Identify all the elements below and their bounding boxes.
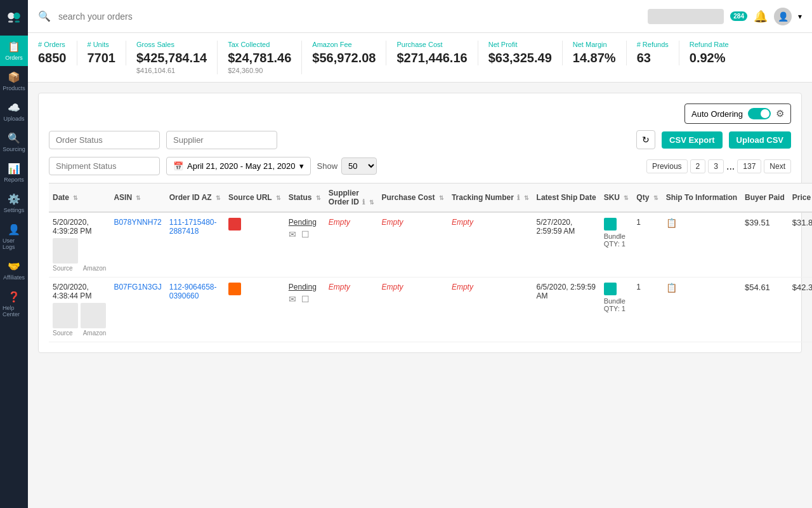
sort-tracking-icon[interactable]: ⇅ [524, 195, 529, 201]
sidebar-item-label: Uploads [3, 116, 24, 122]
sidebar-item-label: Settings [4, 207, 25, 213]
refresh-button[interactable]: ↻ [636, 130, 655, 149]
user-avatar[interactable]: 👤 [774, 8, 792, 25]
sort-asin-icon[interactable]: ⇅ [136, 195, 141, 201]
purchase-cost-empty-2: Empty [382, 283, 403, 291]
order-status-filter[interactable] [49, 131, 160, 149]
stat-amazon-fee-value: $56,972.08 [312, 51, 376, 65]
source-label-2: Source [53, 330, 73, 337]
cell-tracking-2: Empty [448, 277, 533, 342]
sort-qty-icon[interactable]: ⇅ [653, 195, 658, 201]
cell-ship-to-2: 📋 [662, 277, 741, 342]
asin-link-1[interactable]: B078YNNH72 [114, 218, 161, 227]
sidebar-item-label: Reports [4, 177, 24, 183]
csv-export-button[interactable]: CSV Export [662, 131, 723, 149]
status-label-2[interactable]: Pending [289, 283, 317, 291]
orders-table: Date ⇅ ASIN ⇅ Order ID AZ ⇅ Source URL ⇅… [49, 183, 812, 342]
sidebar-item-label: Orders [5, 55, 23, 61]
sku-box-2 [604, 283, 617, 295]
svg-rect-2 [8, 21, 13, 23]
sort-orderid-icon[interactable]: ⇅ [216, 195, 221, 201]
sort-supplier-icon[interactable]: ⇅ [369, 199, 374, 206]
svg-rect-3 [15, 21, 20, 23]
order-id-link-2[interactable]: 112-9064658-0390660 [169, 283, 217, 300]
sidebar-item-affiliates[interactable]: 🤝 Affiliates [0, 255, 28, 286]
sidebar-item-label: Sourcing [3, 146, 25, 152]
action-icons-1: ✉ ☐ [289, 229, 321, 239]
copy-icon-2[interactable]: ☐ [301, 294, 310, 304]
topbar-right: 284 🔔 👤 ▾ [648, 8, 802, 25]
stat-units: # Units 7701 [77, 41, 127, 65]
col-tracking: Tracking Number ℹ ⇅ [448, 184, 533, 213]
stat-net-margin-value: 14.87% [573, 51, 616, 65]
bell-icon[interactable]: 🔔 [754, 10, 768, 23]
cell-orderid-2: 112-9064658-0390660 [166, 277, 225, 342]
asin-link-2[interactable]: B07FG1N3GJ [114, 283, 161, 291]
supplier-filter[interactable] [166, 131, 277, 149]
tracking-empty-1: Empty [452, 218, 473, 227]
user-logs-icon: 👤 [8, 224, 20, 236]
search-input[interactable] [58, 11, 640, 22]
sort-sku-icon[interactable]: ⇅ [624, 195, 629, 201]
auto-ordering-gear-button[interactable]: ⚙ [776, 108, 784, 119]
cell-status-1: Pending ✉ ☐ [285, 212, 325, 277]
source-label-1: Source [53, 265, 73, 272]
auto-ordering-toggle[interactable] [748, 108, 771, 119]
show-label: Show [317, 161, 338, 171]
page-3-button[interactable]: 3 [708, 159, 724, 173]
stat-net-profit: Net Profit $63,325.49 [478, 41, 563, 65]
date-range-picker[interactable]: 📅 April 21, 2020 - May 21, 2020 ▾ [166, 157, 311, 175]
page-2-button[interactable]: 2 [690, 159, 706, 173]
sidebar-item-settings[interactable]: ⚙️ Settings [0, 188, 28, 218]
tracking-empty-2: Empty [452, 283, 473, 291]
source-row-1: Source Amazon [53, 265, 106, 272]
ship-to-icon-2[interactable]: 📋 [666, 283, 677, 293]
show-select-wrap: Show 50 25 100 [317, 157, 377, 175]
col-buyer-paid: Buyer Paid [741, 184, 789, 213]
purchase-cost-empty-1: Empty [382, 218, 403, 227]
sidebar-item-sourcing[interactable]: 🔍 Sourcing [0, 127, 28, 157]
cell-tracking-1: Empty [448, 212, 533, 277]
sidebar-item-orders[interactable]: 📋 Orders [0, 36, 28, 66]
copy-icon-1[interactable]: ☐ [301, 229, 310, 239]
next-page-button[interactable]: Next [764, 159, 791, 173]
shipment-status-filter[interactable] [49, 157, 160, 175]
sidebar-item-reports[interactable]: 📊 Reports [0, 157, 28, 188]
ship-to-icon-1[interactable]: 📋 [666, 218, 677, 228]
sidebar-item-user-logs[interactable]: 👤 User Logs [0, 218, 28, 255]
show-count-select[interactable]: 50 25 100 [341, 157, 377, 175]
sort-date-icon[interactable]: ⇅ [73, 195, 78, 201]
controls-row-1: ↻ CSV Export Upload CSV [49, 130, 791, 149]
sort-status-icon[interactable]: ⇅ [316, 195, 321, 201]
sort-purchase-icon[interactable]: ⇅ [439, 195, 444, 201]
stat-gross-label: Gross Sales [136, 41, 207, 48]
cell-buyer-paid-1: $39.51 [741, 212, 789, 277]
topbar: 🔍 284 🔔 👤 ▾ [28, 0, 812, 33]
upload-csv-button[interactable]: Upload CSV [729, 131, 791, 149]
notification-badge[interactable]: 284 [730, 11, 747, 21]
status-label-1[interactable]: Pending [289, 218, 317, 227]
svg-point-1 [13, 13, 20, 20]
cell-asin-2: B07FG1N3GJ [110, 277, 165, 342]
logo [3, 6, 25, 29]
date-range-label: April 21, 2020 - May 21, 2020 [187, 161, 296, 171]
sort-source-icon[interactable]: ⇅ [276, 195, 281, 201]
sidebar-item-uploads[interactable]: ☁️ Uploads [0, 97, 28, 127]
order-id-link-1[interactable]: 111-1715480-2887418 [169, 218, 217, 236]
previous-page-button[interactable]: Previous [646, 159, 688, 173]
page-last-button[interactable]: 137 [737, 159, 761, 173]
thumbnail-row-2 [53, 303, 106, 328]
email-icon-2[interactable]: ✉ [289, 294, 296, 304]
email-icon-1[interactable]: ✉ [289, 229, 296, 239]
search-icon: 🔍 [38, 10, 51, 22]
price-az-value-1: $31.89 [792, 218, 812, 227]
cell-purchase-2: Empty [378, 277, 448, 342]
sidebar-item-label: Products [3, 85, 25, 91]
bundle-label-2: Bundle QTY: 1 [604, 297, 629, 312]
user-chevron-icon[interactable]: ▾ [798, 12, 802, 21]
sidebar-item-products[interactable]: 📦 Products [0, 66, 28, 97]
buyer-paid-value-2: $54.61 [745, 283, 770, 292]
sidebar-item-help[interactable]: ❓ Help Center [0, 286, 28, 323]
stat-refund-rate-value: 0.92% [690, 51, 729, 65]
orders-icon: 📋 [8, 41, 20, 53]
